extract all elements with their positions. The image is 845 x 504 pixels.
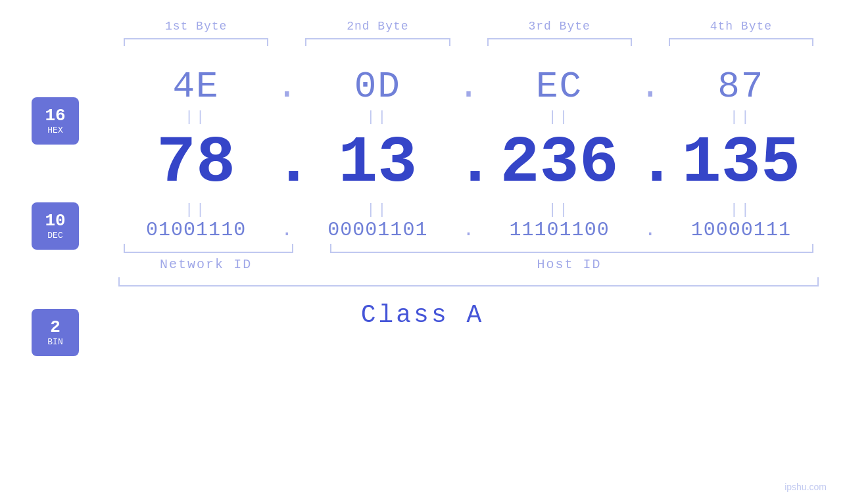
bracket-seg-1 (124, 38, 268, 46)
dec-row: 78 . 13 . 236 . 135 (26, 126, 819, 200)
byte-headers: 1st Byte 2nd Byte 3rd Byte 4th Byte (26, 20, 819, 33)
bracket-seg-4 (669, 38, 813, 46)
byte2-header: 2nd Byte (300, 20, 455, 33)
eq1-b3: || (482, 109, 637, 126)
watermark: ipshu.com (785, 482, 827, 492)
bottom-brackets (118, 244, 819, 253)
eq2-b2: || (300, 202, 455, 218)
network-bracket (124, 244, 293, 253)
dec-badge: 10 DEC (32, 202, 79, 250)
hex-dot1: . (274, 66, 300, 108)
hex-badge: 16 HEX (32, 97, 79, 145)
hex-byte1: 4E (118, 66, 274, 108)
dec-dot1: . (274, 126, 300, 200)
bracket-seg-2 (305, 38, 450, 46)
hex-byte2: 0D (300, 66, 455, 108)
bin-dot3: . (637, 219, 664, 241)
equals-row-1: || || || || (26, 108, 819, 126)
bin-dot1: . (274, 219, 300, 241)
byte3-header: 3rd Byte (482, 20, 637, 33)
eq1-b2: || (300, 109, 455, 126)
dec-byte3: 236 (482, 131, 637, 196)
bin-badge: 2 BIN (32, 309, 79, 356)
eq1-b4: || (664, 109, 819, 126)
bin-byte1: 01001110 (118, 219, 274, 241)
network-id-label: Network ID (118, 257, 293, 272)
bin-row: 01001110 . 00001101 . 11101100 . 1000011… (26, 219, 819, 241)
dec-dot3: . (637, 126, 664, 200)
hex-byte4: 87 (664, 66, 819, 108)
bin-byte3: 11101100 (482, 219, 637, 241)
eq1-b1: || (118, 109, 274, 126)
bin-badge-number: 2 (50, 318, 60, 337)
bracket-seg-3 (487, 38, 632, 46)
eq2-b4: || (664, 202, 819, 218)
dec-dot2: . (456, 126, 482, 200)
bin-byte2: 00001101 (300, 219, 455, 241)
hex-badge-number: 16 (45, 106, 65, 126)
byte1-header: 1st Byte (118, 20, 274, 33)
hex-row: 4E . 0D . EC . 87 (26, 66, 819, 108)
eq2-b1: || (118, 202, 274, 218)
hex-dot3: . (637, 66, 664, 108)
host-id-label: Host ID (320, 257, 819, 272)
id-labels-row: Network ID Host ID (118, 257, 819, 272)
hex-dot2: . (456, 66, 482, 108)
dec-byte4: 135 (664, 131, 819, 196)
bin-dot2: . (456, 219, 482, 241)
full-bottom-bracket (118, 277, 819, 286)
byte4-header: 4th Byte (664, 20, 819, 33)
equals-row-2: || || || || (26, 200, 819, 219)
host-bracket (330, 244, 813, 253)
top-bracket (118, 38, 819, 46)
dec-badge-label: DEC (47, 231, 62, 241)
main-container: 16 HEX 10 DEC 2 BIN 1st Byte 2nd Byte 3r… (0, 0, 845, 504)
class-label: Class A (26, 301, 819, 329)
dec-badge-number: 10 (45, 212, 65, 231)
eq2-b3: || (482, 202, 637, 218)
bin-badge-label: BIN (47, 337, 62, 347)
dec-byte1: 78 (118, 131, 274, 196)
hex-badge-label: HEX (47, 126, 62, 135)
hex-byte3: EC (482, 66, 637, 108)
bin-byte4: 10000111 (664, 219, 819, 241)
dec-byte2: 13 (300, 131, 455, 196)
